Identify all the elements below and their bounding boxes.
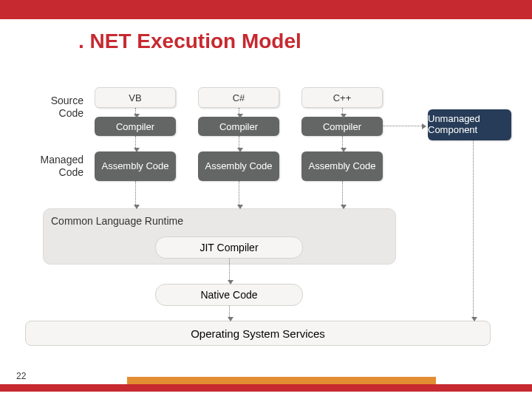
arrow-down-icon [342, 108, 343, 115]
arrow-down-icon [135, 136, 136, 149]
lang-box-vb: VB [95, 87, 176, 108]
compiler-box-cpp: Compiler [301, 117, 383, 136]
arrow-down-icon [473, 140, 474, 318]
jit-compiler-box: JIT Compiler [155, 236, 303, 259]
compiler-box-csharp: Compiler [198, 117, 279, 136]
arrow-right-icon [383, 126, 423, 126]
arrow-down-icon [135, 181, 136, 206]
arrow-down-icon [239, 181, 239, 206]
source-code-label: Source Code [28, 95, 83, 120]
arrow-down-icon [342, 181, 343, 206]
assembly-box-csharp: Assembly Code [198, 151, 279, 181]
assembly-box-cpp: Assembly Code [301, 151, 383, 181]
os-services-box: Operating System Services [25, 321, 491, 346]
slide-title: . NET Execution Model [78, 30, 532, 53]
arrow-down-icon [229, 259, 230, 282]
top-accent-bar [0, 0, 532, 19]
unmanaged-component-box: Unmanaged Component [428, 109, 511, 140]
arrow-down-icon [229, 306, 230, 318]
clr-label: Common Language Runtime [51, 215, 183, 227]
managed-code-label: Managed Code [28, 154, 83, 179]
lang-box-csharp: C# [198, 87, 279, 108]
arrow-down-icon [342, 136, 343, 149]
assembly-box-vb: Assembly Code [95, 151, 176, 181]
lang-box-cpp: C++ [301, 87, 383, 108]
compiler-box-vb: Compiler [95, 117, 176, 136]
footer-red-bar [0, 384, 532, 392]
arrow-down-icon [239, 108, 239, 115]
slide-number: 22 [16, 371, 26, 381]
native-code-box: Native Code [155, 284, 303, 306]
arrow-down-icon [239, 136, 239, 149]
arrow-down-icon [135, 108, 136, 115]
